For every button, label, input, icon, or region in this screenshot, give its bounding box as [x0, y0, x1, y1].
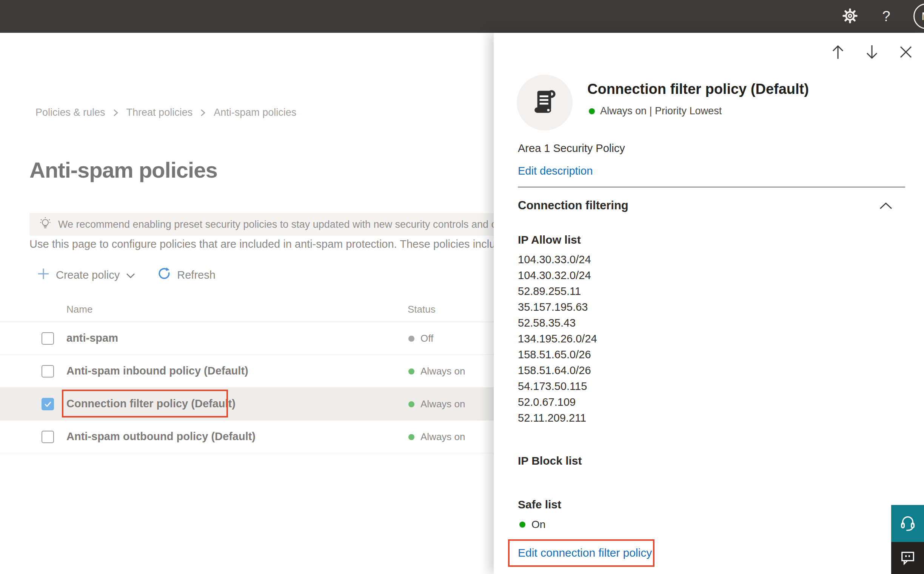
row-checkbox[interactable]	[41, 430, 54, 443]
status-dot-green	[408, 434, 415, 440]
close-icon	[899, 45, 913, 61]
panel-status-line: Always on | Priority Lowest	[589, 105, 722, 117]
scroll-policy-icon	[530, 86, 559, 119]
policy-table: anti-spam Off Anti-spam inbound policy (…	[0, 322, 494, 453]
topbar: ? M	[0, 0, 924, 33]
breadcrumb: Policies & rules Threat policies Anti-sp…	[35, 107, 296, 118]
status-dot-green	[408, 401, 415, 407]
feedback-button[interactable]	[891, 542, 924, 574]
chevron-down-icon	[126, 269, 136, 281]
settings-button[interactable]	[839, 0, 861, 33]
intro-text: Use this page to configure policies that…	[29, 238, 494, 251]
question-mark-icon: ?	[882, 8, 890, 25]
status-dot-green	[519, 522, 525, 528]
policy-status: Off	[408, 333, 433, 344]
connection-filtering-section-header[interactable]: Connection filtering	[518, 199, 905, 218]
create-policy-button[interactable]: Create policy	[37, 267, 136, 283]
edit-connection-filter-policy-link[interactable]: Edit connection filter policy	[518, 546, 652, 559]
policy-avatar	[517, 75, 573, 131]
table-row[interactable]: anti-spam Off	[0, 322, 494, 355]
ip-entry: 54.173.50.115	[518, 378, 597, 394]
policy-status: Always on	[408, 398, 465, 410]
toolbar: Create policy Refresh	[37, 263, 215, 287]
policy-name: Connection filter policy (Default)	[66, 397, 236, 410]
refresh-label: Refresh	[177, 269, 215, 281]
chevron-up-icon	[879, 202, 893, 211]
divider	[518, 187, 905, 188]
gear-icon	[842, 8, 858, 25]
row-checkbox-checked[interactable]	[41, 398, 54, 410]
ip-entry: 158.51.64.0/26	[518, 363, 597, 378]
ip-entry: 52.11.209.211	[518, 410, 597, 426]
ip-entry: 104.30.32.0/24	[518, 267, 597, 283]
plus-icon	[37, 267, 50, 283]
breadcrumb-policies-rules[interactable]: Policies & rules	[35, 107, 105, 118]
banner-text: We recommend enabling preset security po…	[58, 219, 494, 230]
table-row[interactable]: Anti-spam outbound policy (Default) Alwa…	[0, 421, 494, 453]
previous-item-button[interactable]	[827, 42, 848, 63]
section-title: Connection filtering	[518, 199, 628, 212]
breadcrumb-anti-spam-policies[interactable]: Anti-spam policies	[214, 107, 296, 118]
ip-entry: 134.195.26.0/24	[518, 331, 597, 347]
column-header-status[interactable]: Status	[408, 304, 435, 315]
safe-list-status-label: On	[532, 519, 546, 531]
support-button[interactable]	[891, 505, 924, 542]
ip-entry: 52.0.67.109	[518, 394, 597, 410]
headset-icon	[899, 514, 916, 533]
ip-entry: 158.51.65.0/26	[518, 347, 597, 363]
row-checkbox[interactable]	[41, 332, 54, 345]
status-label: Always on	[421, 398, 465, 410]
edit-description-link[interactable]: Edit description	[518, 165, 593, 177]
arrow-up-icon	[831, 44, 845, 62]
policy-name: anti-spam	[66, 332, 118, 344]
main-content: Policies & rules Threat policies Anti-sp…	[0, 33, 494, 574]
details-flyout-panel: Connection filter policy (Default) Alway…	[494, 33, 924, 574]
column-header-name[interactable]: Name	[66, 304, 92, 315]
ip-entry: 35.157.195.63	[518, 299, 597, 315]
help-button[interactable]: ?	[875, 0, 897, 33]
policy-description: Area 1 Security Policy	[518, 142, 625, 155]
safe-list-status: On	[519, 519, 546, 531]
refresh-icon	[157, 267, 171, 283]
status-dot-gray	[408, 336, 415, 342]
policy-status: Always on	[408, 431, 465, 443]
screen: ? M Policies & rules Threat policies Ant…	[0, 0, 924, 574]
recommendation-banner: We recommend enabling preset security po…	[29, 213, 494, 236]
ip-entry: 52.89.255.11	[518, 283, 597, 299]
row-checkbox[interactable]	[41, 365, 54, 377]
status-dot-green	[408, 369, 415, 374]
chat-bubble-icon	[900, 549, 916, 567]
lightbulb-icon	[38, 216, 52, 233]
close-panel-button[interactable]	[895, 42, 916, 63]
ip-allow-list: 104.30.33.0/24 104.30.32.0/24 52.89.255.…	[518, 252, 597, 426]
ip-entry: 52.58.35.43	[518, 315, 597, 331]
status-label: Always on	[421, 366, 465, 377]
arrow-down-icon	[864, 44, 880, 62]
refresh-button[interactable]: Refresh	[157, 267, 215, 283]
next-item-button[interactable]	[861, 42, 883, 63]
panel-status-text: Always on | Priority Lowest	[600, 105, 722, 117]
status-dot-green	[589, 108, 595, 114]
status-label: Off	[421, 333, 433, 344]
chevron-right-icon	[113, 108, 119, 117]
panel-navigation	[827, 42, 916, 63]
ip-block-list-title: IP Block list	[518, 454, 582, 467]
breadcrumb-threat-policies[interactable]: Threat policies	[127, 107, 193, 118]
create-policy-label: Create policy	[56, 269, 120, 281]
account-avatar[interactable]: M	[913, 3, 924, 29]
policy-status: Always on	[408, 366, 465, 377]
table-row[interactable]: Anti-spam inbound policy (Default) Alway…	[0, 355, 494, 388]
table-header: Name Status	[0, 297, 494, 322]
status-label: Always on	[421, 431, 465, 443]
policy-name: Anti-spam outbound policy (Default)	[66, 430, 256, 443]
policy-name: Anti-spam inbound policy (Default)	[66, 365, 248, 377]
safe-list-title: Safe list	[518, 498, 561, 511]
ip-allow-list-title: IP Allow list	[518, 233, 581, 246]
avatar-initial: M	[922, 10, 924, 23]
ip-entry: 104.30.33.0/24	[518, 252, 597, 267]
chevron-right-icon	[200, 108, 206, 117]
panel-title: Connection filter policy (Default)	[587, 81, 809, 97]
page-title: Anti-spam policies	[29, 157, 217, 183]
table-row-selected[interactable]: Connection filter policy (Default) Alway…	[0, 388, 494, 421]
